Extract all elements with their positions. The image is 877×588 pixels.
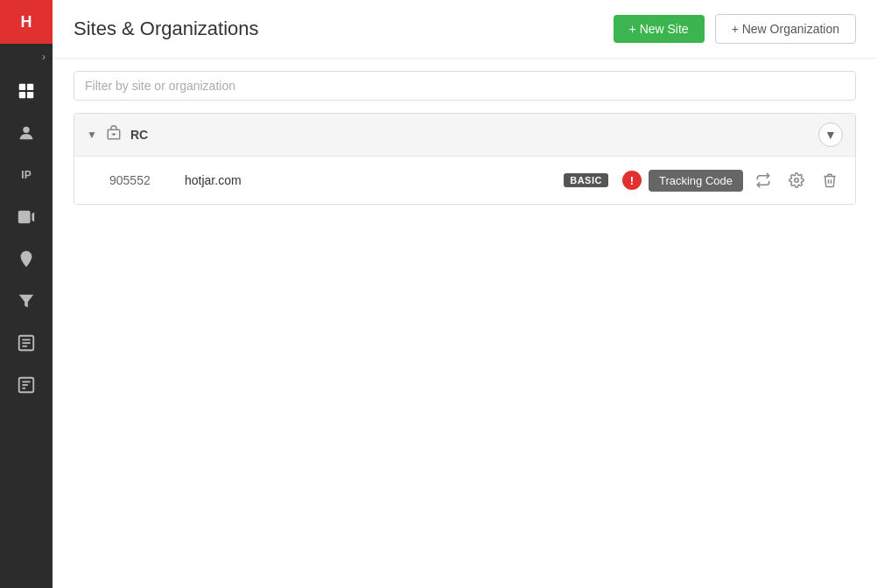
page-title: Sites & Organizations <box>74 18 603 40</box>
organization-options-button[interactable]: ▼ <box>818 122 843 147</box>
organization-name: RC <box>130 128 148 142</box>
svg-marker-6 <box>32 213 34 222</box>
delete-icon[interactable] <box>817 167 843 193</box>
sidebar-logo: H <box>0 0 53 44</box>
warning-icon: ! <box>622 171 642 190</box>
svg-rect-1 <box>27 84 33 90</box>
collapse-chevron-icon[interactable]: ▼ <box>87 129 97 141</box>
org-header-right: ▼ <box>818 122 843 147</box>
svg-point-4 <box>23 127 29 133</box>
settings-icon[interactable] <box>783 167 810 193</box>
new-organization-button[interactable]: + New Organization <box>715 14 856 44</box>
sidebar: H › IP <box>0 0 53 588</box>
organizations-list: ▼ RC ▼ 905552 <box>53 113 877 588</box>
svg-rect-3 <box>27 92 33 98</box>
transfer-icon[interactable] <box>750 167 776 193</box>
sidebar-item-users[interactable] <box>0 112 53 154</box>
sidebar-item-ip[interactable]: IP <box>0 154 53 196</box>
filter-bar <box>53 59 877 113</box>
site-actions: ! Tracking Code <box>622 167 843 193</box>
page-header: Sites & Organizations + New Site + New O… <box>53 0 877 59</box>
org-header-left: ▼ RC <box>87 125 810 144</box>
sidebar-toggle[interactable]: › <box>0 44 53 70</box>
tracking-code-button[interactable]: Tracking Code <box>649 170 743 192</box>
sidebar-item-dashboard[interactable] <box>0 70 53 112</box>
new-site-button[interactable]: + New Site <box>614 15 705 43</box>
sidebar-item-forms[interactable] <box>0 322 53 364</box>
svg-rect-2 <box>19 92 25 98</box>
svg-point-18 <box>795 178 799 183</box>
plan-badge: BASIC <box>564 173 608 187</box>
sidebar-item-heatmaps[interactable] <box>0 238 53 280</box>
organization-header: ▼ RC ▼ <box>74 114 855 156</box>
sidebar-item-funnels[interactable] <box>0 280 53 322</box>
svg-rect-5 <box>18 211 31 224</box>
site-row: 905552 hotjar.com BASIC ! Tracking Code <box>74 156 855 204</box>
main-content: Sites & Organizations + New Site + New O… <box>53 0 877 588</box>
sidebar-item-recordings[interactable] <box>0 196 53 238</box>
filter-input[interactable] <box>74 71 856 101</box>
sidebar-item-reports[interactable] <box>0 364 53 406</box>
site-domain: hotjar.com <box>185 173 550 187</box>
svg-rect-0 <box>19 84 25 90</box>
site-id: 905552 <box>109 173 171 187</box>
organization-block: ▼ RC ▼ 905552 <box>74 113 856 205</box>
organization-icon <box>106 125 122 144</box>
